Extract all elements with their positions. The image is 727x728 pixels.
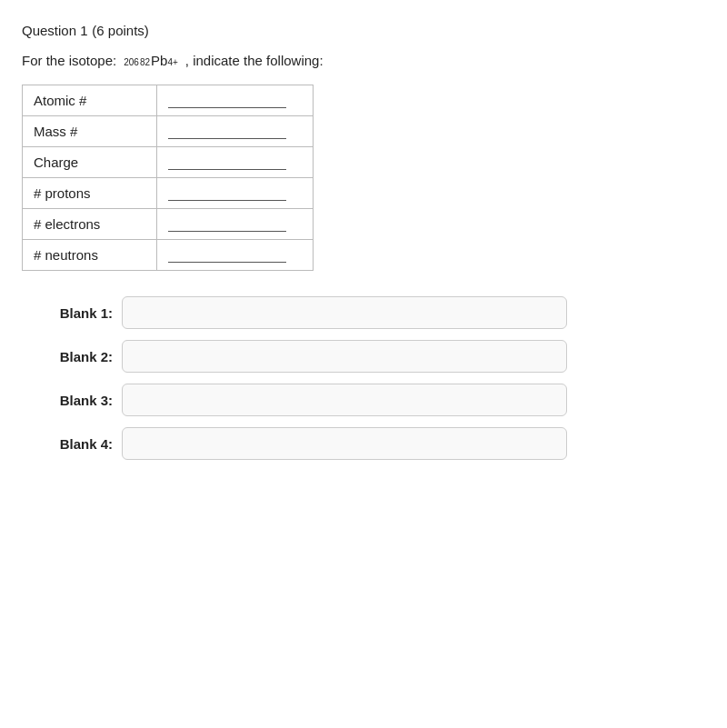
question-title-text: Question 1	[22, 23, 88, 38]
table-row-answer	[157, 209, 314, 240]
suffix-text: , indicate the following:	[185, 53, 324, 68]
table-row-answer	[157, 85, 314, 116]
blank-row-3: Blank 3:	[49, 384, 705, 416]
blank-input-3[interactable]	[122, 384, 567, 416]
table-row-label: # electrons	[23, 209, 157, 240]
table-row: Mass #	[23, 116, 314, 147]
table-row-label: Charge	[23, 147, 157, 178]
element-symbol: Pb	[151, 53, 167, 68]
answer-line	[168, 219, 286, 232]
answer-line	[168, 126, 286, 139]
blank-row-2: Blank 2:	[49, 340, 705, 373]
isotope-line: For the isotope: 20682Pb4+ , indicate th…	[22, 53, 705, 68]
table-row-answer	[157, 178, 314, 209]
answer-line	[168, 188, 286, 201]
table-row: Charge	[23, 147, 314, 178]
table-row: # protons	[23, 178, 314, 209]
answer-line	[168, 157, 286, 170]
question-points: (6 points)	[92, 23, 149, 38]
table-row-label: # neutrons	[23, 240, 157, 271]
answer-line	[168, 250, 286, 263]
table-row-answer	[157, 116, 314, 147]
blank-label-3: Blank 3:	[49, 393, 113, 408]
isotope-formula: 20682Pb4+	[124, 53, 178, 68]
table-row-answer	[157, 147, 314, 178]
blank-input-4[interactable]	[122, 427, 567, 460]
blank-label-2: Blank 2:	[49, 349, 113, 364]
blank-label-1: Blank 1:	[49, 305, 113, 321]
table-row-label: # protons	[23, 178, 157, 209]
table-row: # electrons	[23, 209, 314, 240]
info-table: Atomic #Mass #Charge# protons# electrons…	[22, 85, 314, 271]
table-row-answer	[157, 240, 314, 271]
blank-label-4: Blank 4:	[49, 436, 113, 452]
answer-line	[168, 95, 286, 108]
blank-input-1[interactable]	[122, 296, 567, 329]
intro-text: For the isotope:	[22, 53, 116, 68]
blank-input-2[interactable]	[122, 340, 567, 373]
table-row-label: Mass #	[23, 116, 157, 147]
blank-row-1: Blank 1:	[49, 296, 705, 329]
question-title: Question 1 (6 points)	[22, 22, 705, 40]
blank-row-4: Blank 4:	[49, 427, 705, 460]
table-row: # neutrons	[23, 240, 314, 271]
table-row-label: Atomic #	[23, 85, 157, 116]
blank-section: Blank 1:Blank 2:Blank 3:Blank 4:	[22, 296, 705, 460]
table-row: Atomic #	[23, 85, 314, 116]
